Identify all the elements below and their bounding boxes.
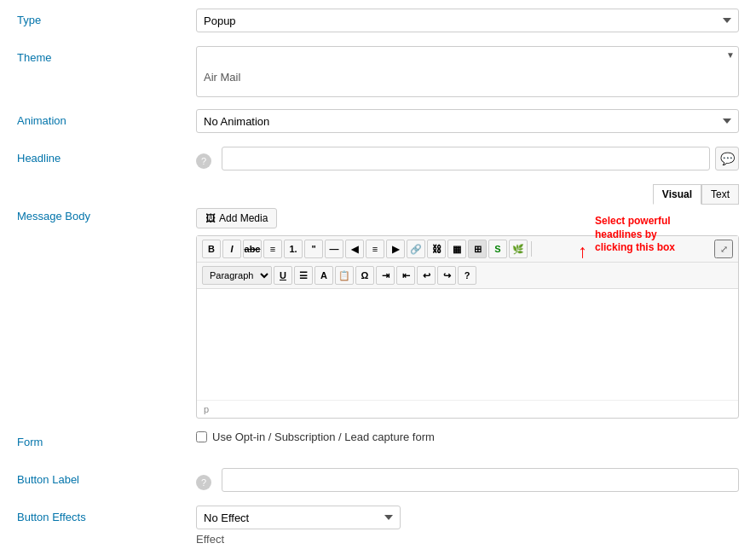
animation-select[interactable]: No Animation: [196, 109, 739, 133]
align-right-button[interactable]: ▶: [386, 240, 405, 258]
ol-button[interactable]: 1.: [284, 240, 303, 258]
redo-button[interactable]: ↪: [437, 266, 456, 285]
indent-button[interactable]: ⇥: [376, 266, 395, 285]
effect-sublabel: Effect: [196, 533, 739, 546]
arrow-icon: ↑: [578, 240, 587, 263]
button-effects-row: Button Effects No Effect Pulse Shake Glo…: [17, 506, 739, 546]
undo-button[interactable]: ↩: [417, 266, 436, 285]
paragraph-select[interactable]: Paragraph: [202, 266, 272, 285]
type-content: Popup: [196, 9, 739, 32]
form-label: Form: [17, 431, 196, 448]
headline-row: Headline ? 💬: [17, 147, 739, 172]
message-body-label: Message Body: [17, 184, 196, 222]
hr-button[interactable]: —: [325, 240, 343, 258]
theme-dropdown-arrow: ▼: [726, 50, 735, 60]
message-body-row: Message Body Visual Text 🖼 Add Media: [17, 184, 739, 419]
theme-label: Theme: [17, 46, 196, 64]
form-row: Form Use Opt-in / Subscription / Lead ca…: [17, 431, 739, 456]
animation-row: Animation No Animation: [17, 109, 739, 135]
blockquote-button[interactable]: ": [304, 240, 323, 258]
justify-button[interactable]: ☰: [294, 266, 313, 285]
toolbar-sep-1: [531, 241, 532, 257]
paste-button[interactable]: 📋: [335, 266, 354, 285]
font-color-button[interactable]: A: [315, 266, 333, 285]
outdent-button[interactable]: ⇤: [396, 266, 415, 285]
special-char-button[interactable]: Ω: [355, 266, 374, 285]
form-checkbox[interactable]: [196, 431, 207, 442]
animation-content: No Animation: [196, 109, 739, 133]
fullscreen-button[interactable]: ⊞: [468, 240, 487, 258]
button-label-row: Button Label ?: [17, 468, 739, 494]
extra-button[interactable]: 🌿: [509, 240, 528, 258]
strikethrough-button[interactable]: abc: [243, 240, 262, 258]
headline-content: ? 💬: [196, 147, 739, 170]
insert-table-button[interactable]: ▦: [447, 240, 466, 258]
bold-button[interactable]: B: [202, 240, 221, 258]
italic-button[interactable]: I: [222, 240, 241, 258]
button-label-input[interactable]: [222, 468, 739, 492]
type-select[interactable]: Popup: [196, 9, 739, 32]
tooltip-text: Select powerful headlines by clicking th…: [595, 215, 731, 255]
theme-box[interactable]: ▼ Air Mail: [196, 46, 739, 97]
message-body-content: Visual Text 🖼 Add Media B I: [196, 184, 739, 419]
align-left-button[interactable]: ◀: [345, 240, 364, 258]
form-content: Use Opt-in / Subscription / Lead capture…: [196, 431, 739, 443]
button-effects-label: Button Effects: [17, 506, 196, 523]
editor-outer: Visual Text 🖼 Add Media B I: [196, 184, 739, 419]
underline-button[interactable]: U: [274, 266, 292, 285]
help-editor-button[interactable]: ?: [458, 266, 476, 285]
add-media-label: Add Media: [219, 212, 268, 224]
button-label-label: Button Label: [17, 468, 196, 486]
unlink-button[interactable]: ⛓: [427, 240, 446, 258]
button-effects-content: No Effect Pulse Shake Glow Effect: [196, 506, 739, 546]
button-label-help-icon[interactable]: ?: [196, 475, 211, 490]
form-checkbox-label: Use Opt-in / Subscription / Lead capture…: [212, 431, 435, 443]
headline-input[interactable]: [222, 147, 710, 170]
text-tab[interactable]: Text: [701, 184, 739, 205]
toolbar-row-1: B I abc ≡ 1. " — ◀ ≡ ▶ 🔗 ⛓ ▦ ⊞: [197, 236, 738, 263]
add-media-icon: 🖼: [205, 212, 216, 224]
add-media-button[interactable]: 🖼 Add Media: [196, 208, 277, 228]
animation-label: Animation: [17, 109, 196, 127]
type-label: Type: [17, 9, 196, 26]
toolbar-row-2: Paragraph U ☰ A 📋 Ω ⇥ ⇤ ↩ ↪ ?: [197, 263, 738, 289]
effect-select[interactable]: No Effect Pulse Shake Glow: [196, 506, 401, 529]
theme-row: Theme ▼ Air Mail: [17, 46, 739, 97]
headline-help-icon[interactable]: ?: [196, 153, 211, 169]
form-check-row: Use Opt-in / Subscription / Lead capture…: [196, 431, 739, 443]
link-button[interactable]: 🔗: [407, 240, 425, 258]
button-label-content: ?: [196, 468, 739, 492]
visual-tab[interactable]: Visual: [653, 184, 701, 205]
editor-footer: p: [197, 400, 738, 418]
effect-select-wrap: No Effect Pulse Shake Glow: [196, 506, 739, 529]
headline-input-row: ? 💬: [196, 147, 739, 170]
headline-label: Headline: [17, 147, 196, 165]
headline-bubble-button[interactable]: 💬: [715, 147, 739, 170]
type-row: Type Popup: [17, 9, 739, 34]
wp-icon-button[interactable]: S: [488, 240, 507, 258]
editor-content[interactable]: [197, 289, 738, 400]
wp-editor: B I abc ≡ 1. " — ◀ ≡ ▶ 🔗 ⛓ ▦ ⊞: [196, 235, 739, 419]
theme-content: ▼ Air Mail: [196, 46, 739, 97]
align-center-button[interactable]: ≡: [366, 240, 384, 258]
ul-button[interactable]: ≡: [263, 240, 282, 258]
theme-value: Air Mail: [204, 54, 731, 84]
